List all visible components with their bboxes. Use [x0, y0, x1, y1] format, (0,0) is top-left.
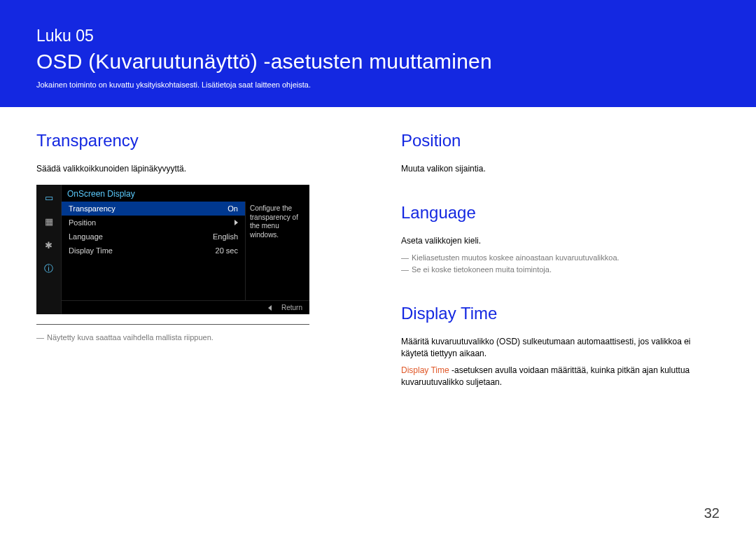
osd-row-label: Position: [69, 218, 96, 227]
display-time-inline-label: Display Time: [401, 365, 449, 375]
osd-sidebar: ▭ ▦ ✱ ⓘ: [36, 185, 62, 314]
display-time-body-1: Määritä kuvaruutuvalikko (OSD) sulkeutum…: [401, 336, 720, 360]
transparency-body: Säädä valikkoikkunoiden läpinäkyvyyttä.: [36, 163, 362, 175]
chevron-right-icon: [234, 220, 238, 225]
chapter-subtitle: Jokainen toiminto on kuvattu yksityiskoh…: [36, 80, 720, 89]
transparency-heading: Transparency: [36, 131, 362, 150]
divider: [36, 324, 309, 325]
grid-icon: ▦: [42, 214, 56, 228]
osd-screenshot: ▭ ▦ ✱ ⓘ OnScreen Display Transparency On: [36, 185, 309, 314]
osd-row-position: Position: [62, 216, 245, 230]
osd-menu: Transparency On Position Language Englis…: [62, 202, 245, 300]
osd-return-label: Return: [281, 304, 302, 311]
osd-header: OnScreen Display: [62, 185, 309, 202]
transparency-section: Transparency Säädä valikkoikkunoiden läp…: [36, 131, 362, 344]
language-heading: Language: [401, 203, 720, 223]
chapter-banner: Luku 05 OSD (Kuvaruutunäyttö) -asetusten…: [0, 0, 756, 107]
language-body: Aseta valikkojen kieli.: [401, 235, 720, 247]
language-note-1: Kieliasetusten muutos koskee ainoastaan …: [401, 252, 720, 264]
display-time-body-2: Display Time -asetuksen avulla voidaan m…: [401, 365, 720, 389]
language-section: Language Aseta valikkojen kieli. Kielias…: [401, 203, 720, 275]
page-number: 32: [704, 505, 720, 521]
osd-row-language: Language English: [62, 230, 245, 244]
gear-icon: ✱: [42, 238, 56, 252]
monitor-icon: ▭: [42, 190, 56, 204]
osd-row-display-time: Display Time 20 sec: [62, 244, 245, 258]
osd-row-value: 20 sec: [216, 246, 238, 255]
display-time-section: Display Time Määritä kuvaruutuvalikko (O…: [401, 304, 720, 389]
chapter-title: OSD (Kuvaruutunäyttö) -asetusten muuttam…: [36, 50, 720, 73]
position-heading: Position: [401, 131, 720, 150]
position-section: Position Muuta valikon sijaintia.: [401, 131, 720, 175]
triangle-left-icon: [268, 305, 272, 311]
language-note-2: Se ei koske tietokoneen muita toimintoja…: [401, 264, 720, 276]
chapter-label: Luku 05: [36, 27, 720, 45]
osd-row-label: Transparency: [69, 204, 115, 213]
osd-row-transparency: Transparency On: [62, 202, 245, 216]
osd-row-label: Display Time: [69, 246, 113, 255]
transparency-footnote: Näytetty kuva saattaa vaihdella mallista…: [36, 332, 362, 344]
osd-info-panel: Configure the transparency of the menu w…: [245, 202, 309, 300]
position-body: Muuta valikon sijaintia.: [401, 163, 720, 175]
display-time-heading: Display Time: [401, 304, 720, 323]
osd-row-value: English: [213, 232, 238, 241]
osd-footer: Return: [62, 300, 309, 314]
info-icon: ⓘ: [42, 262, 56, 276]
osd-row-value: On: [227, 204, 238, 213]
osd-row-label: Language: [69, 232, 103, 241]
